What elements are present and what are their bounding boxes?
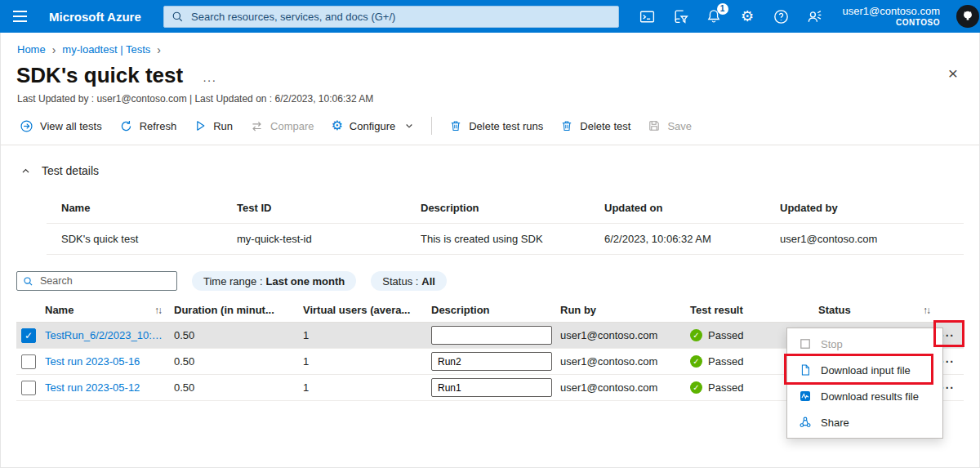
run-description-input[interactable] bbox=[431, 326, 552, 345]
test-result-label: Passed bbox=[708, 381, 743, 394]
hamburger-icon bbox=[13, 11, 27, 12]
breadcrumb-home[interactable]: Home bbox=[17, 43, 46, 56]
breadcrumb-loadtest-tests[interactable]: my-loadtest | Tests bbox=[62, 43, 150, 56]
chevron-up-icon bbox=[20, 166, 31, 176]
test-result-label: Passed bbox=[708, 355, 743, 368]
sort-icon[interactable]: ↑↓ bbox=[923, 305, 929, 316]
save-button[interactable]: Save bbox=[648, 119, 692, 132]
play-icon bbox=[194, 119, 207, 132]
configure-button[interactable]: ⚙ Configure bbox=[332, 119, 415, 132]
help-icon[interactable] bbox=[773, 8, 790, 25]
column-header-description: Description bbox=[431, 304, 560, 316]
passed-check-icon: ✓ bbox=[690, 381, 702, 394]
row-checkbox[interactable]: ✓ bbox=[21, 328, 36, 343]
run-name-link[interactable]: Test run 2023-05-16 bbox=[45, 355, 174, 368]
breadcrumb-separator: › bbox=[157, 44, 161, 56]
cloud-shell-icon[interactable] bbox=[639, 8, 656, 25]
column-header-virtual-users: Virtual users (avera... bbox=[303, 304, 431, 316]
run-by: user1@contoso.com bbox=[560, 381, 690, 394]
column-header-test-result: Test result bbox=[690, 304, 818, 316]
document-icon bbox=[798, 363, 812, 377]
search-icon bbox=[23, 276, 33, 287]
column-header: Test ID bbox=[237, 202, 421, 214]
account-info[interactable]: user1@contoso.com CONTOSO bbox=[843, 5, 940, 28]
user-email: user1@contoso.com bbox=[843, 5, 940, 18]
test-result-label: Passed bbox=[708, 329, 743, 341]
trash-icon bbox=[560, 119, 573, 132]
page-header: SDK's quick test ··· × bbox=[16, 63, 980, 88]
share-icon bbox=[798, 416, 812, 430]
column-header: Description bbox=[421, 202, 604, 214]
runs-search-box[interactable] bbox=[16, 271, 177, 291]
toolbar-divider bbox=[431, 117, 432, 135]
product-title[interactable]: Microsoft Azure bbox=[49, 10, 141, 24]
row-context-menu: Stop Download input file Download result… bbox=[786, 328, 943, 439]
test-details-table: Name Test ID Description Updated on Upda… bbox=[47, 193, 964, 255]
run-name-link[interactable]: TestRun_6/2/2023_10:0... bbox=[45, 329, 174, 341]
column-header-duration: Duration (in minut... bbox=[174, 304, 303, 316]
delete-test-button[interactable]: Delete test bbox=[560, 119, 630, 132]
row-checkbox[interactable] bbox=[21, 381, 36, 395]
delete-test-runs-button[interactable]: Delete test runs bbox=[449, 119, 543, 132]
menu-item-share[interactable]: Share bbox=[787, 409, 942, 435]
run-virtual-users: 1 bbox=[303, 329, 431, 341]
detail-updated-on: 6/2/2023, 10:06:32 AM bbox=[604, 233, 780, 245]
view-all-tests-button[interactable]: View all tests bbox=[20, 119, 102, 133]
compare-button[interactable]: Compare bbox=[250, 119, 314, 133]
runs-search-input[interactable] bbox=[38, 274, 173, 287]
hamburger-menu-button[interactable] bbox=[0, 0, 39, 33]
detail-name: SDK's quick test bbox=[61, 233, 237, 245]
detail-description: This is created using SDK bbox=[421, 233, 604, 245]
test-details-section-toggle[interactable]: Test details bbox=[20, 164, 99, 177]
close-icon[interactable]: × bbox=[948, 65, 958, 82]
settings-gear-icon[interactable]: ⚙ bbox=[739, 8, 756, 25]
test-details-header-row: Name Test ID Description Updated on Upda… bbox=[47, 193, 964, 224]
directory-filter-icon[interactable] bbox=[672, 8, 689, 25]
filter-bar: Time range : Last one month Status : All bbox=[16, 271, 980, 291]
results-chart-icon bbox=[798, 390, 812, 403]
column-header-status: Status bbox=[818, 304, 851, 316]
trash-icon bbox=[449, 119, 462, 132]
avatar[interactable] bbox=[956, 5, 979, 28]
go-arrow-icon bbox=[20, 119, 33, 133]
run-by: user1@contoso.com bbox=[560, 355, 690, 368]
run-button[interactable]: Run bbox=[194, 119, 233, 132]
stop-icon bbox=[798, 337, 812, 351]
refresh-button[interactable]: Refresh bbox=[119, 119, 177, 133]
passed-check-icon: ✓ bbox=[690, 329, 702, 341]
menu-item-stop[interactable]: Stop bbox=[787, 331, 942, 357]
command-bar: View all tests Refresh Run bbox=[0, 105, 980, 145]
run-virtual-users: 1 bbox=[303, 355, 431, 368]
tenant-name: CONTOSO bbox=[843, 18, 940, 28]
save-floppy-icon bbox=[648, 119, 661, 132]
last-updated-meta: Last Updated by : user1@contoso.com | La… bbox=[17, 93, 980, 105]
run-duration: 0.50 bbox=[174, 329, 303, 341]
detail-updated-by: user1@contoso.com bbox=[780, 233, 964, 245]
menu-item-download-input-file[interactable]: Download input file bbox=[787, 357, 942, 383]
sort-icon[interactable]: ↑↓ bbox=[154, 305, 161, 316]
topbar-actions: 1 ⚙ user1@contoso.com CONTOSO bbox=[639, 0, 980, 33]
compare-arrows-icon bbox=[250, 119, 264, 133]
row-checkbox[interactable] bbox=[21, 354, 36, 369]
time-range-filter-pill[interactable]: Time range : Last one month bbox=[192, 271, 356, 291]
run-name-link[interactable]: Test run 2023-05-12 bbox=[45, 381, 174, 394]
global-search[interactable] bbox=[163, 6, 619, 28]
run-duration: 0.50 bbox=[174, 381, 303, 394]
status-filter-pill[interactable]: Status : All bbox=[371, 271, 447, 291]
chevron-down-icon bbox=[404, 121, 414, 131]
passed-check-icon: ✓ bbox=[690, 355, 702, 368]
notifications-bell-icon[interactable]: 1 bbox=[706, 8, 723, 25]
configure-gear-icon: ⚙ bbox=[332, 119, 343, 132]
menu-item-download-results-file[interactable]: Download results file bbox=[787, 383, 942, 409]
search-icon bbox=[172, 11, 184, 23]
breadcrumb-separator: › bbox=[52, 44, 56, 56]
column-header: Updated on bbox=[604, 202, 780, 214]
global-search-input[interactable] bbox=[189, 10, 611, 24]
column-header: Updated by bbox=[780, 202, 964, 214]
run-description-input[interactable] bbox=[431, 352, 552, 371]
feedback-icon[interactable] bbox=[806, 8, 823, 25]
detail-test-id: my-quick-test-id bbox=[237, 233, 421, 245]
run-duration: 0.50 bbox=[174, 355, 303, 368]
title-more-button[interactable]: ··· bbox=[203, 74, 216, 87]
run-description-input[interactable] bbox=[431, 378, 552, 397]
